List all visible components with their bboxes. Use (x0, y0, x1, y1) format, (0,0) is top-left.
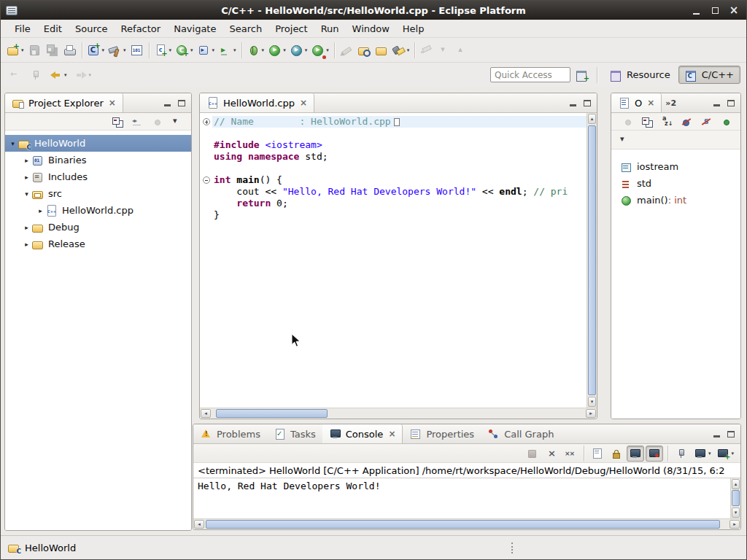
launch-history-button[interactable]: ▾ (217, 41, 239, 59)
menu-navigate[interactable]: Navigate (167, 21, 222, 36)
open-resource-button[interactable] (373, 41, 390, 59)
scrollbar-thumb[interactable] (588, 125, 596, 395)
maximize-view-icon[interactable] (584, 100, 591, 106)
console-output[interactable]: Hello, Red Hat Developers World! (193, 478, 730, 518)
open-console-button[interactable]: ▾ (714, 446, 736, 462)
remove-launch-button[interactable] (543, 446, 560, 462)
view-menu-button[interactable] (616, 131, 633, 149)
debug-button[interactable]: ▾ (245, 41, 267, 59)
scroll-left-icon[interactable]: ◂ (201, 409, 211, 418)
console-horizontal-scrollbar[interactable]: ◂ ▸ (193, 518, 740, 529)
tab-console[interactable]: Console× (322, 424, 403, 443)
tree-item-src[interactable]: ▾src (5, 185, 191, 202)
fold-plus-icon[interactable] (200, 116, 212, 128)
view-menu-button[interactable] (169, 114, 186, 129)
expander-icon[interactable]: ▸ (22, 157, 31, 164)
tab-properties[interactable]: Properties (403, 424, 481, 443)
close-button[interactable]: × (727, 4, 740, 17)
tab-call-graph[interactable]: Call Graph (481, 424, 560, 443)
hide-non-public-members-button[interactable] (718, 114, 735, 129)
clear-console-button[interactable] (589, 446, 606, 462)
pin-console-button[interactable] (673, 446, 690, 462)
new-source-file-button[interactable]: ▾ (152, 41, 174, 59)
menu-source[interactable]: Source (69, 21, 115, 36)
quick-access-input[interactable] (490, 67, 570, 82)
expander-icon[interactable]: ▸ (36, 207, 45, 214)
outline-item-main[interactable]: main() : int (611, 192, 740, 209)
new-cpp-project-button[interactable]: ▾ (85, 41, 107, 59)
tab-project-explorer[interactable]: Project Explorer × (5, 93, 123, 112)
external-tools-button[interactable]: ▾ (309, 41, 331, 59)
scroll-right-icon[interactable]: ▸ (729, 520, 740, 529)
menu-refactor[interactable]: Refactor (115, 21, 168, 36)
scrollbar-thumb[interactable] (732, 490, 740, 506)
show-console-stdout-button[interactable] (627, 446, 644, 462)
search-button[interactable]: ▾ (390, 41, 412, 59)
outline-item-iostream[interactable]: iostream (611, 158, 740, 175)
build-button[interactable]: ▾ (107, 41, 128, 59)
back-button[interactable]: ▾ (47, 66, 69, 84)
profile-button[interactable]: ▾ (288, 41, 310, 59)
scroll-left-icon[interactable]: ◂ (194, 520, 204, 529)
new-class-button[interactable]: ▾ (174, 41, 196, 59)
expander-icon[interactable]: ▸ (22, 224, 31, 231)
tab-outline[interactable]: O × (611, 93, 662, 112)
hide-static-members-button[interactable] (698, 114, 716, 129)
display-selected-console-button[interactable]: ▾ (692, 446, 713, 462)
tree-item-helloworld[interactable]: ▾HelloWorld (5, 135, 191, 152)
close-tab-icon[interactable]: × (300, 98, 307, 108)
scrollbar-track[interactable] (587, 125, 597, 396)
menu-window[interactable]: Window (346, 21, 396, 36)
tree-item-debug[interactable]: ▸Debug (5, 219, 191, 236)
tab-problems[interactable]: Problems (193, 424, 267, 443)
minimize-view-icon[interactable] (713, 104, 720, 106)
build-all-button[interactable] (128, 41, 146, 59)
scroll-right-icon[interactable]: ▸ (586, 409, 596, 418)
tree-item-helloworld-cpp[interactable]: ▸HelloWorld.cpp (5, 202, 191, 219)
tree-item-includes[interactable]: ▸Includes (5, 168, 191, 185)
scrollbar-thumb[interactable] (206, 520, 720, 529)
make-targets-button[interactable]: ▾ (196, 41, 217, 59)
remove-all-terminated-button[interactable] (562, 446, 579, 462)
status-sash-handle[interactable] (511, 542, 513, 553)
outline-item-std[interactable]: std (611, 175, 740, 192)
close-tab-icon[interactable]: × (109, 98, 116, 108)
scroll-up-icon[interactable]: ▴ (732, 479, 740, 489)
collapse-all-button[interactable] (639, 114, 657, 129)
scrollbar-thumb[interactable] (216, 409, 328, 418)
fold-minus-icon[interactable] (200, 174, 212, 186)
scrollbar-track[interactable] (212, 408, 585, 419)
menu-search[interactable]: Search (222, 21, 268, 36)
menu-edit[interactable]: Edit (37, 21, 69, 36)
sort-button[interactable] (659, 114, 676, 129)
tab-helloworld-cpp[interactable]: HelloWorld.cpp × (200, 93, 314, 112)
expander-icon[interactable]: ▾ (8, 140, 18, 147)
hidden-tabs-indicator[interactable]: »2 (662, 98, 680, 108)
expander-icon[interactable]: ▸ (22, 174, 31, 181)
tree-item-binaries[interactable]: ▸Binaries (5, 152, 191, 168)
folded-region-icon[interactable] (394, 118, 400, 126)
menu-file[interactable]: File (8, 21, 37, 36)
print-button[interactable] (61, 41, 79, 59)
collapse-all-button[interactable] (109, 114, 127, 129)
editor-horizontal-scrollbar[interactable]: ◂ ▸ (200, 408, 597, 419)
minimize-view-icon[interactable] (713, 435, 720, 438)
maximize-view-icon[interactable] (727, 100, 735, 106)
menu-help[interactable]: Help (396, 21, 431, 36)
perspective-c-c[interactable]: C/C++ (678, 66, 740, 84)
minimize-button[interactable] (689, 4, 703, 17)
minimize-view-icon[interactable] (164, 104, 171, 106)
editor-vertical-scrollbar[interactable]: ▴ ▾ (587, 113, 597, 408)
open-element-button[interactable] (355, 41, 373, 59)
code-editor[interactable]: // Name : HelloWorld.cpp#include <iostre… (200, 113, 587, 408)
console-vertical-scrollbar[interactable]: ▴ ▾ (730, 478, 740, 518)
menu-run[interactable]: Run (314, 21, 346, 36)
close-tab-icon[interactable]: × (647, 98, 654, 108)
hide-fields-button[interactable] (678, 114, 696, 129)
scroll-down-icon[interactable]: ▾ (588, 397, 596, 407)
scrollbar-track[interactable] (205, 519, 729, 529)
open-perspective-button[interactable] (573, 66, 591, 84)
run-button[interactable]: ▾ (266, 41, 288, 59)
link-with-editor-button[interactable] (129, 114, 147, 129)
tree-item-release[interactable]: ▸Release (5, 236, 191, 252)
